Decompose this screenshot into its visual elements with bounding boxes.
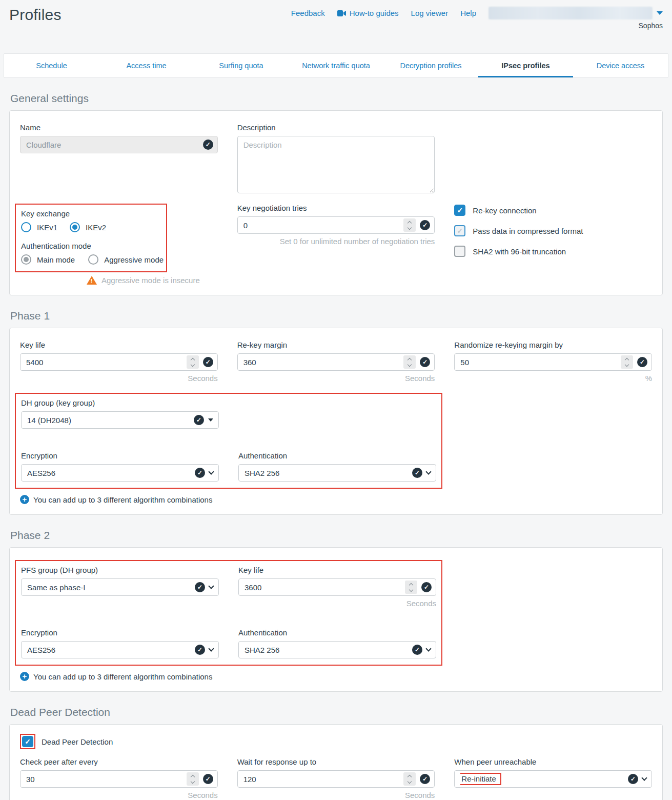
plus-circle-icon[interactable] (20, 495, 29, 504)
p1-randomize-input[interactable]: 50 ✓ (454, 353, 652, 371)
feedback-link[interactable]: Feedback (291, 9, 325, 17)
key-negotiation-input[interactable]: 0 ✓ (237, 216, 435, 234)
check-circle-icon: ✓ (421, 582, 432, 592)
step-up-icon (408, 357, 412, 362)
tab-decryption-profiles[interactable]: Decryption profiles (383, 54, 478, 77)
caret-down-icon (208, 418, 213, 422)
check-circle-icon: ✓ (420, 774, 430, 784)
check-peer-unit: Seconds (20, 791, 218, 799)
check-circle-icon: ✓ (195, 468, 205, 478)
aggressive-mode-warning: Aggressive mode is insecure (87, 276, 218, 285)
p2-authentication-select[interactable]: SHA2 256 ✓ (238, 641, 436, 658)
key-exchange-group: Key exchange IKEv1 IKEv2 Authentication … (20, 204, 218, 285)
chevron-down-icon (641, 775, 647, 781)
p1-dh-group-select[interactable]: 14 (DH2048) ✓ (21, 411, 219, 429)
step-down-icon (408, 362, 412, 366)
sha2-truncation-label: SHA2 with 96-bit truncation (473, 247, 566, 256)
number-stepper[interactable] (621, 355, 633, 369)
tab-surfing-quota[interactable]: Surfing quota (194, 54, 289, 77)
plus-circle-icon[interactable] (20, 672, 29, 681)
help-link[interactable]: Help (460, 9, 476, 17)
p1-encryption-label: Encryption (21, 451, 219, 460)
phase1-heading: Phase 1 (10, 310, 672, 322)
dpd-unreachable-group: When peer unreachable Re-initiate ✓ (454, 757, 652, 799)
dpd-toggle-label: Dead Peer Detection (42, 737, 113, 746)
step-down-icon (625, 362, 629, 366)
radio-aggressive-mode[interactable] (88, 254, 98, 265)
key-negotiation-value: 0 (243, 221, 400, 230)
tab-access-time[interactable]: Access time (99, 54, 194, 77)
dpd-checkbox-highlight-box: ✓ (20, 734, 35, 749)
number-stepper[interactable] (405, 581, 417, 594)
check-circle-icon: ✓ (203, 357, 213, 367)
name-label: Name (20, 123, 218, 132)
p2-add-combination-note: You can add up to 3 different algorithm … (20, 672, 652, 681)
tab-schedule[interactable]: Schedule (4, 54, 99, 77)
check-circle-icon: ✓ (637, 357, 647, 367)
log-viewer-link[interactable]: Log viewer (411, 9, 449, 17)
dpd-checkbox[interactable]: ✓ (22, 736, 33, 747)
number-stepper[interactable] (403, 355, 416, 369)
sha2-truncation-checkbox[interactable] (454, 246, 465, 257)
p1-randomize-unit: % (454, 374, 652, 383)
wait-response-input[interactable]: 120 ✓ (237, 770, 435, 788)
key-negotiation-help: Set 0 for unlimited number of negotiatio… (237, 237, 435, 246)
p2-pfs-select[interactable]: Same as phase-I ✓ (21, 578, 219, 596)
dpd-check-peer-group: Check peer after every 30 ✓ Seconds (20, 757, 218, 799)
tab-ipsec-profiles[interactable]: IPsec profiles (478, 54, 573, 77)
chevron-down-icon (208, 469, 214, 474)
p1-key-life-input[interactable]: 5400 ✓ (20, 353, 218, 371)
step-down-icon (190, 779, 194, 783)
peer-unreachable-select[interactable]: Re-initiate ✓ (454, 770, 652, 788)
dpd-toggle-row: ✓ Dead Peer Detection (20, 734, 652, 749)
rekey-connection-checkbox[interactable]: ✓ (454, 205, 465, 216)
description-textarea[interactable] (237, 136, 435, 193)
p1-rekey-margin-input[interactable]: 360 ✓ (237, 353, 435, 371)
p1-authentication-select[interactable]: SHA2 256 ✓ (238, 464, 436, 482)
p1-key-life-group: Key life 5400 ✓ Seconds (20, 341, 218, 383)
number-stepper[interactable] (187, 355, 199, 369)
account-selector[interactable] (488, 7, 663, 19)
step-down-icon (190, 362, 194, 366)
check-circle-icon: ✓ (203, 774, 213, 784)
number-stepper[interactable] (403, 218, 416, 232)
p2-encryption-select[interactable]: AES256 ✓ (21, 641, 219, 658)
radio-main-mode[interactable] (21, 254, 31, 265)
p2-algorithms-highlight-box: PFS group (DH group) Same as phase-I ✓ K… (15, 560, 442, 666)
wait-response-unit: Seconds (237, 791, 435, 799)
compressed-format-checkbox[interactable]: ✓ (454, 225, 465, 236)
key-negotiation-label: Key negotiation tries (237, 204, 435, 212)
number-stepper[interactable] (403, 772, 416, 786)
p1-encryption-select[interactable]: AES256 ✓ (21, 464, 219, 482)
p1-add-combination-note: You can add up to 3 different algorithm … (20, 495, 652, 504)
wait-response-label: Wait for response up to (237, 757, 435, 766)
radio-aggressive-mode-label: Aggressive mode (104, 255, 164, 264)
p1-key-life-unit: Seconds (20, 374, 218, 383)
radio-ikev2[interactable] (70, 222, 80, 232)
p1-authentication-group: Authentication SHA2 256 ✓ (238, 451, 436, 482)
peer-unreachable-label: When peer unreachable (454, 757, 652, 766)
p1-dh-group: DH group (key group) 14 (DH2048) ✓ (21, 398, 219, 429)
tab-device-access[interactable]: Device access (573, 54, 668, 77)
name-input[interactable]: Cloudflare ✓ (20, 136, 218, 153)
p2-pfs-group: PFS group (DH group) Same as phase-I ✓ (21, 566, 219, 608)
check-circle-icon: ✓ (420, 220, 430, 230)
radio-ikev1[interactable] (21, 222, 31, 232)
p2-key-life-group: Key life 3600 ✓ Seconds (238, 566, 436, 608)
step-down-icon (409, 587, 413, 591)
number-stepper[interactable] (187, 772, 199, 786)
account-name-blurred (488, 7, 653, 19)
check-circle-icon: ✓ (628, 774, 638, 784)
check-circle-icon: ✓ (195, 645, 205, 655)
p1-randomize-group: Randomize re-keying margin by 50 ✓ % (454, 341, 652, 383)
step-up-icon (190, 774, 194, 778)
tab-network-traffic-quota[interactable]: Network traffic quota (289, 54, 383, 77)
radio-ikev1-label: IKEv1 (37, 223, 57, 232)
check-peer-label: Check peer after every (20, 757, 218, 766)
check-peer-input[interactable]: 30 ✓ (20, 770, 218, 788)
chevron-down-icon (425, 469, 431, 474)
top-bar: Profiles Feedback How-to guides Log view… (0, 0, 672, 53)
p2-key-life-input[interactable]: 3600 ✓ (238, 578, 436, 596)
howto-guides-link[interactable]: How-to guides (337, 9, 399, 17)
key-exchange-options: IKEv1 IKEv2 (21, 222, 164, 232)
